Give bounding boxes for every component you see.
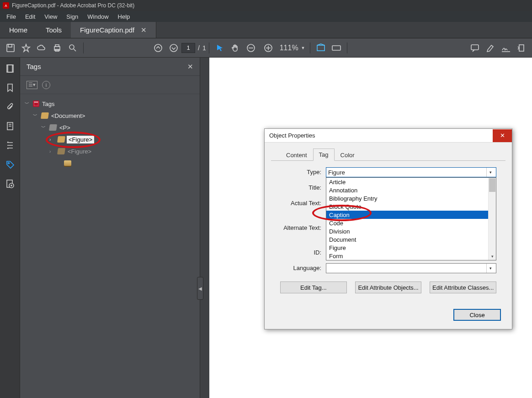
tree-figure1-label: <Figure>: [67, 136, 94, 143]
tree-figure-item[interactable]: › <Figure>: [20, 145, 200, 157]
edit-attribute-objects-button[interactable]: Edit Attribute Objects...: [355, 281, 422, 293]
expand-icon[interactable]: ›: [49, 137, 56, 142]
language-combobox[interactable]: ▾: [326, 263, 496, 273]
zoom-in-icon[interactable]: [261, 43, 276, 53]
tree-p-label[interactable]: <P>: [59, 124, 71, 131]
collapse-icon[interactable]: ﹀: [41, 124, 48, 131]
page-number-input[interactable]: [181, 43, 195, 53]
type-dropdown: Article Annotation Bibliography Entry Bl…: [326, 177, 496, 260]
svg-point-8: [154, 44, 162, 52]
tree-figure2-label: <Figure>: [67, 148, 92, 155]
comment-icon[interactable]: [467, 38, 483, 57]
panel-expand-handle[interactable]: ◀: [197, 277, 203, 300]
save-icon[interactable]: [3, 38, 18, 57]
tag-icon: [49, 124, 57, 131]
tag-icon: [57, 136, 65, 143]
tree-document-label[interactable]: <Document>: [50, 112, 86, 119]
main-toolbar: / 1 111% ▼: [0, 38, 532, 58]
zoom-value-dropdown[interactable]: 111% ▼: [278, 44, 307, 52]
collapse-icon[interactable]: ﹀: [25, 101, 31, 107]
page-total: 1: [202, 44, 206, 52]
menubar: File Edit View Sign Window Help: [0, 11, 532, 22]
svg-point-28: [8, 163, 9, 164]
tag-icon: [57, 148, 65, 154]
tag-icon: [41, 112, 49, 119]
object-properties-dialog: Object Properties ✕ Content Tag Color Ty…: [264, 128, 512, 329]
svg-marker-2: [22, 44, 30, 52]
collapse-icon[interactable]: ﹀: [33, 112, 39, 119]
close-icon[interactable]: ✕: [493, 129, 512, 142]
zoom-out-icon[interactable]: [243, 43, 259, 53]
info-icon[interactable]: i: [42, 81, 50, 89]
menu-edit[interactable]: Edit: [21, 12, 40, 21]
toolbar-separator: [83, 42, 84, 53]
close-icon[interactable]: ✕: [187, 63, 193, 71]
menu-file[interactable]: File: [2, 12, 21, 21]
dropdown-option[interactable]: Bibliography Entry: [326, 194, 488, 202]
star-icon[interactable]: [18, 38, 34, 57]
menu-view[interactable]: View: [40, 12, 62, 21]
tab-content[interactable]: Content: [280, 149, 313, 161]
scroll-down-icon[interactable]: ▾: [489, 252, 496, 260]
cloud-icon[interactable]: [34, 38, 49, 57]
dropdown-option[interactable]: Annotation: [326, 186, 488, 194]
tags-panel-icon[interactable]: [5, 159, 16, 170]
search-icon[interactable]: [65, 38, 80, 57]
menu-help[interactable]: Help: [113, 12, 135, 21]
tree-root-label[interactable]: Tags: [41, 101, 55, 107]
fit-width-icon[interactable]: [313, 38, 329, 57]
edit-tag-button[interactable]: Edit Tag...: [280, 281, 347, 293]
dropdown-scrollbar[interactable]: ▾: [488, 178, 496, 260]
panel-options-icon[interactable]: ☰▾: [27, 81, 37, 89]
chevron-down-icon[interactable]: ▾: [486, 264, 494, 273]
tab-tools[interactable]: Tools: [37, 22, 71, 38]
tree-figure-selected[interactable]: › <Figure>: [20, 133, 200, 145]
menu-sign[interactable]: Sign: [62, 12, 83, 21]
dropdown-option[interactable]: Article: [326, 178, 488, 186]
print-icon[interactable]: [49, 38, 65, 57]
dropdown-option[interactable]: Code: [326, 219, 488, 227]
attachments-icon[interactable]: [5, 101, 16, 112]
page-indicator: / 1: [181, 43, 206, 53]
tab-tag[interactable]: Tag: [313, 149, 335, 161]
close-button[interactable]: Close: [453, 309, 501, 321]
scroll-thumb[interactable]: [489, 178, 495, 192]
type-combobox[interactable]: Figure ▾ Article Annotation Bibliography…: [326, 167, 496, 177]
chevron-down-icon: ▼: [301, 46, 305, 50]
left-rail: [0, 58, 20, 398]
dropdown-option[interactable]: Division: [326, 227, 488, 235]
bookmarks-icon[interactable]: [5, 82, 16, 93]
more-tools-icon[interactable]: [514, 38, 529, 57]
menu-window[interactable]: Window: [83, 12, 113, 21]
dropdown-option[interactable]: Document: [326, 235, 488, 244]
page-up-icon[interactable]: [150, 38, 166, 57]
content-panel-icon[interactable]: [5, 121, 16, 132]
selection-arrow-icon[interactable]: [212, 38, 228, 57]
tags-navigation-panel: Tags ✕ ☰▾ i ﹀ Tags ﹀ <Document> ﹀: [20, 58, 200, 398]
window-titlebar: A FigureCaption.pdf - Adobe Acrobat Pro …: [0, 0, 532, 11]
tab-document[interactable]: FigureCaption.pdf ✕: [71, 22, 156, 38]
toolbar-separator: [310, 42, 310, 53]
accessibility-report-icon[interactable]: [5, 178, 16, 189]
dropdown-option[interactable]: Figure: [326, 244, 488, 252]
chevron-down-icon[interactable]: ▾: [486, 168, 494, 177]
page-down-icon[interactable]: [166, 38, 181, 57]
thumbnails-icon[interactable]: [5, 63, 16, 74]
keyboard-icon[interactable]: [329, 38, 344, 57]
dropdown-option[interactable]: Block Quote: [326, 202, 488, 211]
page-sep: /: [198, 44, 200, 52]
dropdown-option[interactable]: Form: [326, 252, 488, 260]
order-panel-icon[interactable]: [5, 140, 16, 151]
close-icon[interactable]: ✕: [141, 26, 147, 34]
tab-color[interactable]: Color: [335, 149, 361, 161]
svg-point-6: [69, 45, 74, 49]
highlight-icon[interactable]: [483, 38, 498, 57]
expand-icon[interactable]: ›: [49, 149, 56, 154]
sign-icon[interactable]: [498, 38, 514, 57]
hand-pan-icon[interactable]: [228, 38, 243, 57]
type-value: Figure: [328, 169, 345, 176]
edit-attribute-classes-button[interactable]: Edit Attribute Classes...: [430, 281, 496, 293]
tab-home[interactable]: Home: [0, 22, 37, 38]
dialog-titlebar[interactable]: Object Properties ✕: [265, 129, 512, 143]
dropdown-option-selected[interactable]: Caption: [326, 211, 488, 219]
